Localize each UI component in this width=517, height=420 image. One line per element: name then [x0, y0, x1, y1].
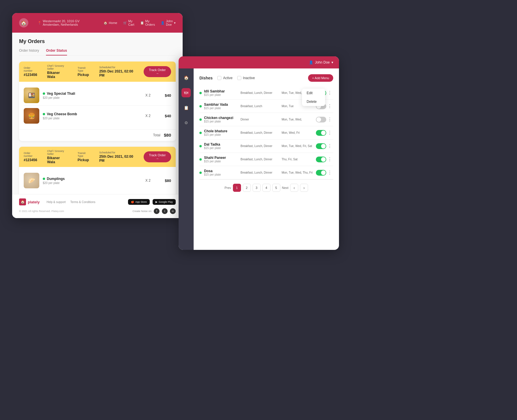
admin-card: 👤 John Doe ▾ 🏠 🍽 📋 ⚙ Dishes Active [179, 56, 339, 250]
dish-days-dosa: Mon, Tue, Wed, Thu, Fri [281, 171, 316, 174]
dish-menu-btn-chole[interactable]: ⋮ [326, 129, 333, 136]
veg-indicator-2 [43, 113, 45, 115]
cart-icon: 🛒 [123, 21, 127, 25]
appstore-badge[interactable]: 🍎 App Store [128, 199, 150, 205]
nav-home[interactable]: 🏠 Home [103, 21, 117, 25]
footer-top: 🏠 plately Help & support Terms & Conditi… [19, 198, 176, 205]
dish-active-dot-dosa [199, 172, 202, 174]
veg-indicator-3 [43, 178, 45, 180]
copyright-text: © 2021 All rights Reserved. Platey.com [19, 210, 64, 213]
burger-food-img: 🍔 [24, 108, 39, 124]
logo: 🏠 [19, 18, 28, 27]
admin-user: 👤 John Doe ▾ [309, 60, 333, 64]
context-delete[interactable]: Delete [302, 97, 325, 106]
filter-active[interactable]: Active [217, 76, 233, 80]
pagination-next-label: Next [282, 186, 289, 189]
dish-active-dot-shahi [199, 158, 202, 161]
twitter-icon[interactable]: t [162, 208, 168, 214]
page-btn-3[interactable]: 3 [253, 184, 261, 192]
tab-order-status[interactable]: Order Status [46, 49, 67, 55]
nav-orders[interactable]: 📋 My Orders [140, 19, 155, 26]
dish-info-idli: Idli Sambhar $15 per plate [199, 89, 240, 96]
filter-inactive[interactable]: Inactive [237, 76, 255, 80]
pagination-prev-label: Prev [225, 186, 231, 189]
dish-row-dal: Dal Tadka $15 per plate Breakfast, Lunch… [199, 140, 333, 153]
sidebar-home[interactable]: 🏠 [181, 73, 191, 82]
dishes-toolbar: Dishes Active Inactive + Add Menu [199, 74, 333, 82]
order-number-field: Order number #123456 [24, 66, 38, 77]
header-nav: 🏠 Home 🛒 My Cart 📋 My Orders 👤 John Doe … [103, 19, 176, 26]
nav-cart[interactable]: 🛒 My Cart [123, 19, 134, 26]
footer-logo-icon: 🏠 [19, 198, 26, 205]
dish-days-chole: Mon, Wed, Fri [281, 131, 316, 134]
toggle-knob-chicken [316, 117, 321, 122]
footer-links: Help & support Terms & Conditions [47, 200, 95, 204]
pagination-prev-btn[interactable]: ‹ [290, 184, 298, 192]
order-item-dumpling: 🥟 Dumplings $20 per plate X 2 $80 [24, 170, 171, 191]
admin-header: 👤 John Doe ▾ [179, 56, 339, 68]
dish-row-idli: Idli Sambhar $15 per plate Breakfast, Lu… [199, 86, 333, 100]
dish-active-dot-sambhar [199, 105, 202, 107]
toggle-knob-shahi [321, 157, 326, 162]
dish-active-dot-idli [199, 92, 202, 94]
dish-active-dot-dal [199, 145, 202, 147]
page-btn-4[interactable]: 4 [262, 184, 270, 192]
item-image-thali: 🍱 [24, 88, 39, 103]
chef-field: Chef / Grocery Seller Bikaner Wala [47, 64, 68, 79]
dish-toggle-shahi[interactable] [316, 157, 326, 162]
dish-toggle-chole[interactable] [316, 130, 326, 136]
dish-toggle-chicken[interactable] [316, 117, 326, 122]
dish-menu-btn-dosa[interactable]: ⋮ [326, 169, 333, 176]
toggle-knob-dosa [321, 170, 326, 175]
context-edit[interactable]: Edit [302, 89, 325, 97]
apple-icon: 🍎 [131, 200, 134, 203]
item-image-burger: 🍔 [24, 108, 39, 124]
order-card-2: Order number #123456 Chef / Grocery Sell… [19, 147, 176, 194]
chevron-down-icon: ▾ [174, 21, 176, 25]
page-btn-5[interactable]: 5 [272, 184, 280, 192]
dish-menu-btn-idli[interactable]: ⋮ [326, 90, 333, 96]
location-pin-icon: 📍 [38, 21, 42, 25]
instagram-icon[interactable]: in [170, 208, 176, 214]
dish-menu-btn-shahi[interactable]: ⋮ [326, 156, 333, 163]
sidebar-settings[interactable]: ⚙ [181, 118, 191, 127]
facebook-icon[interactable]: f [154, 208, 160, 214]
user-icon: 👤 [161, 21, 165, 25]
sidebar-dishes[interactable]: 🍽 [181, 88, 191, 97]
pagination: Prev 1 2 3 4 5 Next ‹ › [199, 179, 333, 196]
dish-menu-btn-chicken[interactable]: ⋮ [326, 116, 333, 123]
dish-menu-btn-dal[interactable]: ⋮ [326, 143, 333, 150]
dish-toggle-dal[interactable] [316, 143, 326, 149]
page-btn-1[interactable]: 1 [233, 184, 241, 192]
page-title: My Orders [19, 38, 176, 44]
orders-body: My Orders Order history Order Status Ord… [12, 33, 183, 194]
terms-link[interactable]: Terms & Conditions [70, 200, 95, 204]
nav-user[interactable]: 👤 John Doe ▾ [161, 19, 176, 26]
playstore-badge[interactable]: ▶ Google Play [153, 199, 176, 205]
dish-meals-idli: Breakfast, Lunch, Dinner [240, 91, 281, 94]
orders-header: 🏠 📍 Westermarkt 20, 1016 GV Amsterdam, N… [12, 13, 183, 33]
tab-order-history[interactable]: Order history [19, 49, 39, 55]
pagination-next-btn[interactable]: › [300, 184, 308, 192]
home-icon: 🏠 [103, 21, 108, 25]
inactive-checkbox[interactable] [237, 76, 241, 80]
admin-layout: 🏠 🍽 📋 ⚙ Dishes Active Inactive + Add Men… [179, 68, 339, 250]
sidebar-orders[interactable]: 📋 [181, 103, 191, 112]
dish-toggle-dosa[interactable] [316, 170, 326, 176]
page-btn-2[interactable]: 2 [243, 184, 251, 192]
dish-meals-dal: Breakfast, Lunch, Dinner [240, 144, 281, 148]
dish-menu-btn-sambhar[interactable]: ⋮ [326, 103, 333, 110]
dish-meals-chole: Breakfast, Lunch, Dinner [240, 131, 281, 134]
item-total-dumpling: $80 [157, 179, 171, 183]
logo-icon: 🏠 [19, 18, 28, 27]
add-menu-button[interactable]: + Add Menu [308, 74, 333, 82]
dish-row-chole: Chole bhature $15 per plate Breakfast, L… [199, 126, 333, 140]
thali-food-img: 🍱 [24, 88, 39, 103]
track-order-btn-2[interactable]: Track Order → [144, 151, 171, 162]
track-order-btn-1[interactable]: Track Order → [144, 66, 171, 77]
dishes-title: Dishes [199, 76, 213, 80]
help-link[interactable]: Help & support [47, 200, 66, 204]
toggle-knob-chole [321, 131, 326, 135]
dumpling-food-img: 🥟 [24, 173, 39, 188]
active-checkbox[interactable] [217, 76, 221, 80]
